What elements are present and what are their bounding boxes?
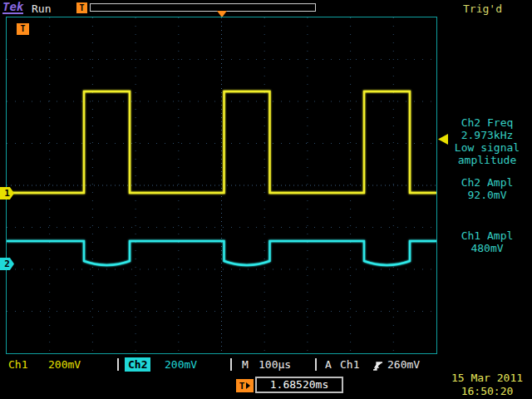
measurement-ch1-ampl: Ch1 Ampl 480mV xyxy=(442,229,532,254)
measurement-value: 2.973kHz xyxy=(442,129,532,141)
acquisition-status: Run xyxy=(32,2,51,15)
statusbar-divider xyxy=(315,358,317,371)
delay-readout: 1.68520ms xyxy=(255,377,343,393)
measurement-note: amplitude xyxy=(442,154,532,166)
time-display: 16:50:20 xyxy=(444,385,530,397)
trigger-level-value: 260mV xyxy=(387,358,420,372)
record-view-bar xyxy=(90,3,316,12)
waveform-traces xyxy=(7,17,436,353)
measurement-label: Ch2 Freq xyxy=(442,116,532,129)
graticule: T xyxy=(6,17,437,354)
trigger-delay-flag-icon: T xyxy=(17,23,29,35)
tek-logo: Tek xyxy=(2,1,23,14)
rising-edge-icon xyxy=(372,359,383,375)
measurement-value: 480mV xyxy=(442,242,532,254)
statusbar-divider xyxy=(230,358,232,371)
ch1-label: Ch1 xyxy=(8,358,27,372)
right-arrow-icon xyxy=(246,382,250,389)
trigger-mode-label: A xyxy=(325,358,332,372)
statusbar-divider xyxy=(117,358,119,371)
ch2-label: Ch2 xyxy=(125,357,150,372)
timebase-label: M xyxy=(242,358,249,372)
measurement-label: Ch1 Ampl xyxy=(442,229,532,242)
delay-t-icon: T xyxy=(236,379,254,392)
ch2-scale: 200mV xyxy=(165,358,197,372)
oscilloscope-screen: Tek Run T Trig'd T 1 2 Ch2 Freq 2.973kHz… xyxy=(0,0,532,399)
trigger-status: Trig'd xyxy=(463,2,502,15)
date-display: 15 Mar 2011 xyxy=(444,372,530,384)
trigger-source: Ch1 xyxy=(340,358,359,372)
timebase-value: 100µs xyxy=(259,358,291,372)
measurement-value: 92.0mV xyxy=(442,189,532,201)
delay-t-letter: T xyxy=(239,381,245,392)
measurement-note: Low signal xyxy=(442,141,532,154)
ch1-scale: 200mV xyxy=(48,358,81,372)
measurement-ch2-freq: Ch2 Freq 2.973kHz Low signal amplitude xyxy=(442,116,532,166)
trigger-t-icon: T xyxy=(76,2,87,13)
measurement-label: Ch2 Ampl xyxy=(442,176,532,189)
measurement-ch2-ampl: Ch2 Ampl 92.0mV xyxy=(442,176,532,201)
